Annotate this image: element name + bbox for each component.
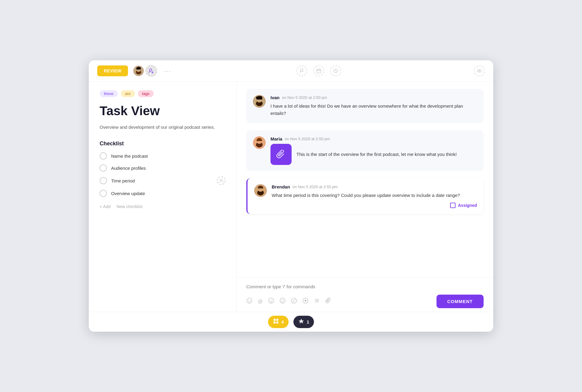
svg-point-5 bbox=[149, 69, 152, 71]
assigned-row: Assigned bbox=[272, 203, 477, 208]
clock-button[interactable] bbox=[330, 65, 341, 76]
new-checklist-button[interactable]: New checklist bbox=[117, 204, 142, 209]
add-user-button[interactable] bbox=[146, 65, 157, 77]
checklist-item: Name the podcast bbox=[100, 152, 225, 160]
avatar-ivan-img bbox=[253, 95, 266, 108]
svg-rect-6 bbox=[317, 69, 321, 73]
comment-submit-button[interactable]: COMMENT bbox=[436, 295, 484, 308]
comment-author-brendan: Brendan bbox=[272, 184, 290, 189]
tag-these[interactable]: these bbox=[100, 90, 118, 97]
comment-text-ivan: I have a lot of ideas for this! Do we ha… bbox=[270, 103, 477, 117]
calendar-icon bbox=[316, 68, 321, 73]
svg-point-24 bbox=[250, 300, 251, 301]
checklist-item-label-1: Name the podcast bbox=[111, 153, 225, 159]
comment-card-brendan: Brendan on Nov 5 2020 at 2:50 pm What ti… bbox=[246, 178, 484, 214]
badge-icon-2 bbox=[298, 318, 304, 326]
bottom-bar: 4 1 bbox=[89, 312, 493, 332]
emoji-svg-icon bbox=[268, 298, 274, 304]
tags-row: these are tags bbox=[100, 90, 225, 97]
svg-point-23 bbox=[248, 300, 249, 301]
face-icon bbox=[246, 298, 252, 304]
tag-are[interactable]: are bbox=[121, 90, 135, 97]
check-circle-1[interactable] bbox=[100, 152, 107, 160]
svg-point-30 bbox=[283, 300, 284, 300]
avatar-group bbox=[133, 65, 157, 77]
comment-input[interactable] bbox=[246, 283, 484, 290]
svg-point-10 bbox=[220, 179, 222, 181]
slash-icon[interactable] bbox=[291, 298, 297, 305]
checklist-item: Time period bbox=[100, 176, 225, 185]
at-mention-icon[interactable]: @ bbox=[258, 299, 263, 304]
avatar-brendan-img bbox=[254, 184, 267, 197]
avatar-brendan bbox=[254, 184, 267, 197]
comment-body-brendan: Brendan on Nov 5 2020 at 2:50 pm What ti… bbox=[272, 184, 477, 208]
eye-button[interactable] bbox=[474, 65, 485, 76]
check-circle-3[interactable] bbox=[100, 177, 107, 184]
attachment-thumb[interactable] bbox=[270, 144, 292, 165]
emoji-icon[interactable] bbox=[268, 298, 274, 305]
svg-rect-37 bbox=[276, 321, 278, 324]
badge-app1[interactable]: 4 bbox=[268, 316, 289, 328]
flag-button[interactable] bbox=[296, 65, 307, 76]
svg-point-28 bbox=[280, 298, 285, 303]
smiley-icon[interactable] bbox=[280, 298, 286, 305]
task-description: Overview and development of our original… bbox=[100, 124, 225, 131]
comment-header-ivan: Ivan on Nov 5 2020 at 2:50 pm bbox=[270, 95, 477, 100]
person-icon bbox=[219, 179, 223, 183]
mention-user-icon[interactable] bbox=[246, 298, 252, 305]
right-panel: Ivan on Nov 5 2020 at 2:50 pm I have a l… bbox=[237, 82, 493, 312]
badge-app2[interactable]: 1 bbox=[293, 316, 314, 328]
checklist-item-label-4: Overview update bbox=[111, 191, 225, 196]
add-checklist-item-button[interactable]: + Add bbox=[100, 204, 110, 209]
attachment-svg-icon bbox=[325, 298, 331, 304]
calendar-button[interactable] bbox=[313, 65, 324, 76]
svg-point-4 bbox=[139, 67, 141, 68]
comments-area: Ivan on Nov 5 2020 at 2:50 pm I have a l… bbox=[237, 82, 493, 277]
flag-icon bbox=[299, 68, 304, 73]
tag-tags[interactable]: tags bbox=[138, 90, 154, 97]
more-button[interactable]: ··· bbox=[164, 68, 171, 74]
circle-icon[interactable] bbox=[302, 298, 309, 305]
avatar-ivan bbox=[253, 95, 266, 108]
assigned-checkbox[interactable] bbox=[450, 203, 456, 208]
app-icon-2 bbox=[298, 318, 304, 324]
list-icon[interactable] bbox=[314, 298, 320, 305]
svg-point-26 bbox=[270, 300, 271, 301]
svg-rect-34 bbox=[273, 319, 276, 321]
paperclip-icon bbox=[277, 150, 286, 159]
svg-point-15 bbox=[260, 96, 262, 99]
svg-point-25 bbox=[269, 298, 274, 303]
avatar-maria bbox=[253, 136, 266, 149]
list-svg-icon bbox=[314, 298, 320, 304]
comment-header-brendan: Brendan on Nov 5 2020 at 2:50 pm bbox=[272, 184, 477, 189]
checklist-actions: + Add New checklist bbox=[100, 204, 225, 209]
attachment-icon[interactable] bbox=[325, 298, 331, 305]
left-panel: these are tags Task View Overview and de… bbox=[89, 82, 237, 312]
comment-author-ivan: Ivan bbox=[270, 95, 280, 100]
comment-author-maria: Maria bbox=[270, 136, 282, 141]
check-circle-4[interactable] bbox=[100, 190, 107, 197]
add-user-icon bbox=[149, 68, 154, 74]
checklist-item: Overview update bbox=[100, 190, 225, 197]
avatar-user1-img bbox=[133, 65, 144, 77]
comment-input-area: @ bbox=[237, 277, 493, 312]
svg-point-33 bbox=[305, 300, 306, 302]
review-button[interactable]: REVIEW bbox=[97, 65, 128, 76]
comment-time-brendan: on Nov 5 2020 at 2:50 pm bbox=[293, 185, 338, 189]
avatar-user1 bbox=[133, 65, 144, 77]
svg-point-14 bbox=[256, 96, 258, 99]
svg-point-8 bbox=[477, 70, 481, 72]
assign-icon-3[interactable] bbox=[217, 176, 225, 185]
top-bar-right-icons bbox=[296, 65, 485, 76]
svg-rect-36 bbox=[273, 321, 276, 324]
smiley-svg-icon bbox=[280, 298, 286, 304]
svg-marker-38 bbox=[299, 319, 304, 324]
checklist-title: Checklist bbox=[100, 141, 225, 147]
comment-body-ivan: Ivan on Nov 5 2020 at 2:50 pm I have a l… bbox=[270, 95, 477, 117]
attachment-block: This is the start of the overview for th… bbox=[270, 144, 477, 165]
badge-count-1: 4 bbox=[281, 319, 284, 324]
check-circle-2[interactable] bbox=[100, 164, 107, 172]
comment-time-maria: on Nov 5 2020 at 2:50 pm bbox=[285, 137, 330, 141]
svg-point-29 bbox=[282, 300, 282, 300]
circle-svg-icon bbox=[302, 298, 309, 304]
